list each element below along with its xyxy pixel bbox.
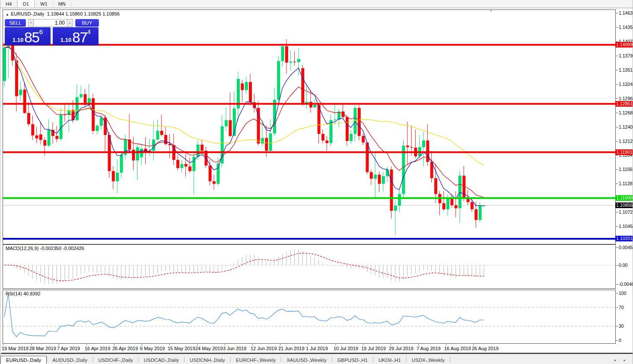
price-chart-panel[interactable]: ▲EURUSD-,Daily 1.10844 1.10860 1.10825 1… bbox=[3, 9, 616, 244]
time-tick-mark bbox=[363, 344, 363, 345]
date-tick: 3 Jun 2019 bbox=[223, 346, 246, 351]
tab-separator bbox=[450, 357, 450, 362]
tab-scroll-arrows[interactable]: ◂ ▸ bbox=[614, 358, 629, 362]
sell-price-pip: 6 bbox=[39, 28, 43, 35]
chart-tab-audusd-daily[interactable]: AUDUSD-,Daily bbox=[47, 356, 92, 364]
price-tick: 1.13795 bbox=[619, 53, 633, 58]
chart-expand-icon[interactable]: ▲ bbox=[6, 13, 9, 16]
chart-title: ▲EURUSD-,Daily 1.10844 1.10860 1.10825 1… bbox=[6, 11, 120, 16]
axis-tick-mark bbox=[616, 340, 618, 341]
chart-tab-usdx-weekly[interactable]: USDX-,Weekly bbox=[407, 356, 450, 364]
rsi-tick: 70 bbox=[619, 305, 624, 310]
date-tick: 7 Aug 2019 bbox=[417, 346, 441, 351]
level-price-badge: 1.10201 bbox=[615, 236, 633, 241]
sell-price-display[interactable]: 1.10 85 6 bbox=[5, 27, 51, 45]
time-tick-mark bbox=[446, 344, 446, 345]
price-tick: 1.14635 bbox=[619, 10, 633, 16]
timeframe-button-w1[interactable]: W1 bbox=[35, 0, 53, 8]
date-tick: 21 Jun 2019 bbox=[278, 346, 305, 351]
date-tick: 12 Jun 2019 bbox=[251, 346, 277, 351]
date-tick: 29 Jul 2019 bbox=[389, 346, 414, 351]
chart-tab-bar: EURUSD-,DailyAUDUSD-,DailyUSDCHF-,DailyU… bbox=[0, 354, 633, 364]
sell-button[interactable]: SELL bbox=[5, 19, 26, 27]
toolbar-separator bbox=[71, 1, 71, 7]
level-price-badge: 1.11901 bbox=[615, 149, 633, 155]
axis-tick-mark bbox=[616, 56, 618, 56]
volume-input[interactable]: 1.00 bbox=[34, 19, 67, 27]
chart-tab-ukoil-h1[interactable]: UKOil-,H1 bbox=[373, 356, 406, 364]
time-tick-mark bbox=[335, 344, 336, 345]
chart-tab-usdchf-daily[interactable]: USDCHF-,Daily bbox=[93, 356, 138, 364]
axis-tick-mark bbox=[616, 155, 618, 155]
buy-price-pip: 4 bbox=[87, 28, 91, 35]
buy-price-prefix: 1.10 bbox=[60, 36, 71, 44]
axis-tick-mark bbox=[616, 212, 618, 212]
axis-tick-mark bbox=[616, 98, 618, 99]
macd-label: MACD(12,26,9) -0.002350 -0.002426 bbox=[6, 246, 84, 251]
time-tick-mark bbox=[252, 344, 253, 345]
level-price-badge: 1.11000 bbox=[615, 195, 633, 201]
volume-increase-button[interactable]: ▴ bbox=[67, 19, 73, 27]
price-tick: 1.12400 bbox=[619, 124, 633, 130]
axis-tick-mark bbox=[616, 141, 618, 142]
timeframe-button-mn[interactable]: MN bbox=[53, 0, 71, 8]
axis-tick-mark bbox=[616, 284, 618, 285]
axis-tick-mark bbox=[616, 13, 618, 13]
date-tick: 28 Mar 2019 bbox=[29, 346, 56, 351]
sell-price-prefix: 1.10 bbox=[13, 36, 23, 44]
mt4-terminal: H4D1W1MN ▲EURUSD-,Daily 1.10844 1.10860 … bbox=[0, 0, 633, 364]
time-tick-mark bbox=[474, 344, 474, 345]
chart-tab-eurchf-weekly[interactable]: EURCHF-,Weekly bbox=[231, 356, 281, 364]
axis-tick-mark bbox=[616, 70, 618, 70]
chart-window: ▲EURUSD-,Daily 1.10844 1.10860 1.10825 1… bbox=[1, 8, 633, 354]
macd-tick: 0.00 bbox=[619, 263, 627, 268]
time-axis[interactable]: 19 Mar 201928 Mar 20197 Apr 201916 Apr 2… bbox=[1, 344, 633, 353]
chart-tab-gbpusd-h1[interactable]: GBPUSD-,H1 bbox=[332, 356, 373, 364]
date-tick: 7 Apr 2019 bbox=[57, 346, 80, 351]
price-tick: 1.10725 bbox=[619, 209, 633, 215]
buy-price-display[interactable]: 1.10 87 4 bbox=[53, 27, 99, 45]
date-tick: 24 May 2019 bbox=[195, 346, 223, 351]
price-axis[interactable]: 1.146351.143551.140751.137951.135151.132… bbox=[616, 8, 633, 278]
chart-tab-xauusd-weekly[interactable]: XAUUSD-,Weekly bbox=[281, 356, 331, 364]
time-tick-mark bbox=[169, 344, 170, 345]
rsi-tick: 0 bbox=[619, 338, 621, 343]
axis-tick-mark bbox=[616, 27, 618, 28]
timeframe-button-h4[interactable]: H4 bbox=[0, 0, 17, 8]
date-tick: 16 Apr 2019 bbox=[85, 346, 110, 351]
axis-tick-mark bbox=[616, 307, 618, 308]
timeframe-button-d1[interactable]: D1 bbox=[17, 0, 35, 8]
level-price-badge: 1.12851 bbox=[615, 101, 633, 107]
time-tick-mark bbox=[86, 344, 87, 345]
date-tick: 16 Aug 2019 bbox=[444, 346, 471, 351]
price-tick: 1.14355 bbox=[619, 25, 633, 30]
date-tick: 19 Jul 2019 bbox=[361, 346, 386, 351]
time-tick-mark bbox=[280, 344, 280, 345]
rsi-tick: 30 bbox=[619, 323, 624, 329]
date-tick: 19 Mar 2019 bbox=[2, 346, 29, 351]
price-tick: 1.12120 bbox=[619, 139, 633, 144]
axis-tick-mark bbox=[616, 127, 618, 127]
time-tick-mark bbox=[114, 344, 115, 345]
date-tick: 6 May 2019 bbox=[140, 346, 165, 351]
axis-tick-mark bbox=[616, 226, 618, 227]
date-tick: 26 Aug 2019 bbox=[472, 346, 499, 351]
time-tick-mark bbox=[197, 344, 197, 345]
macd-indicator-panel[interactable]: MACD(12,26,9) -0.002350 -0.002426 bbox=[3, 244, 616, 289]
chart-tab-eurusd-daily[interactable]: EURUSD-,Daily bbox=[0, 356, 47, 364]
chart-tab-usdcad-daily[interactable]: USDCAD-,Daily bbox=[139, 356, 184, 364]
axis-tick-mark bbox=[616, 113, 618, 113]
collapse-panel-icon[interactable]: ▼ bbox=[489, 9, 493, 13]
axis-tick-mark bbox=[616, 326, 618, 326]
axis-tick-mark bbox=[616, 184, 618, 184]
time-tick-mark bbox=[391, 344, 391, 345]
chart-tab-usdcnh-daily[interactable]: USDCNH-,Daily bbox=[184, 356, 230, 364]
rsi-indicator-panel[interactable]: RSI(14) 40.8392 bbox=[3, 290, 616, 344]
volume-decrease-button[interactable]: ▾ bbox=[28, 19, 34, 27]
price-tick: 1.12680 bbox=[619, 110, 633, 115]
time-tick-mark bbox=[308, 344, 308, 345]
buy-button[interactable]: BUY bbox=[75, 19, 99, 27]
rsi-tick: 100 bbox=[619, 291, 627, 296]
one-click-trade-widget: SELL ▾ 1.00 ▴ BUY 1.10 85 6 1.10 87 4 bbox=[5, 19, 99, 45]
axis-tick-mark bbox=[616, 247, 618, 248]
